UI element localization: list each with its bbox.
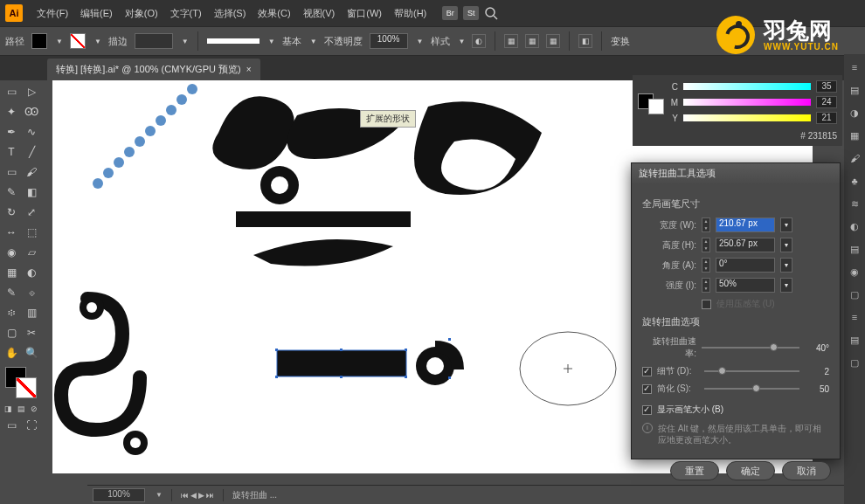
- dock-color-icon[interactable]: ◑: [847, 105, 862, 121]
- style-button[interactable]: 样式: [431, 35, 450, 48]
- perspective-tool[interactable]: ▱: [22, 243, 41, 262]
- intensity-spinner[interactable]: ▲▼: [702, 278, 710, 293]
- stroke-weight-dd[interactable]: ▼: [182, 38, 189, 45]
- yellow-value[interactable]: 21: [816, 112, 837, 124]
- curvature-tool[interactable]: ∿: [22, 122, 41, 142]
- stroke-dropdown-icon[interactable]: ▼: [94, 38, 101, 45]
- dock-brushes-icon[interactable]: 🖌: [847, 150, 862, 166]
- artboard-prev-icon[interactable]: ◀: [190, 491, 197, 500]
- blend-tool[interactable]: ⟐: [22, 283, 41, 302]
- dock-symbols-icon[interactable]: ♣: [847, 173, 862, 189]
- menu-effect[interactable]: 效果(C): [253, 3, 295, 24]
- color-panel-swatch[interactable]: [638, 93, 664, 114]
- dock-transparency-icon[interactable]: ▤: [847, 241, 862, 257]
- fill-swatch[interactable]: [31, 33, 47, 49]
- fill-dropdown-icon[interactable]: ▼: [56, 38, 63, 45]
- dock-asset-icon[interactable]: ▤: [847, 332, 862, 348]
- menu-object[interactable]: 对象(O): [120, 3, 163, 24]
- ok-button[interactable]: 确定: [726, 461, 775, 480]
- artwork-selected-bar[interactable]: [275, 338, 467, 390]
- transform-button[interactable]: 变换: [611, 35, 630, 48]
- slice-tool[interactable]: ✂: [22, 323, 41, 342]
- column-graph-tool[interactable]: ▥: [22, 303, 41, 322]
- stroke-style-dd[interactable]: ▼: [268, 38, 275, 45]
- artboard-next-icon[interactable]: ▶: [198, 491, 204, 500]
- detail-slider[interactable]: [704, 370, 799, 372]
- line-tool[interactable]: ╱: [22, 142, 41, 162]
- reset-button[interactable]: 重置: [670, 461, 719, 480]
- shape-builder-tool[interactable]: ◉: [2, 243, 21, 262]
- selection-tool[interactable]: ▭: [2, 82, 21, 101]
- menu-window[interactable]: 窗口(W): [342, 3, 387, 24]
- zoom-dropdown[interactable]: 100%: [93, 488, 145, 502]
- dock-artboards-icon[interactable]: ▢: [847, 355, 862, 370]
- magenta-slider[interactable]: [683, 99, 811, 106]
- width-tool[interactable]: ↔: [2, 223, 21, 242]
- height-input[interactable]: 250.67 px: [716, 238, 775, 252]
- menu-edit[interactable]: 编辑(E): [75, 3, 118, 24]
- twirl-rate-slider[interactable]: [702, 347, 799, 349]
- stroke-weight-input[interactable]: [135, 33, 173, 49]
- magic-wand-tool[interactable]: ✦: [2, 102, 21, 121]
- simplify-checkbox[interactable]: [642, 384, 652, 394]
- bridge-badge[interactable]: Br: [442, 6, 458, 20]
- width-dd-icon[interactable]: ▼: [780, 217, 792, 232]
- fill-stroke-control[interactable]: [5, 367, 37, 398]
- zoom-tool[interactable]: 🔍: [22, 343, 41, 362]
- align-left-icon[interactable]: ▦: [504, 34, 518, 48]
- rectangle-tool[interactable]: ▭: [2, 162, 21, 182]
- color-mode-icon[interactable]: ◨: [2, 403, 14, 415]
- dock-layers-icon[interactable]: ≡: [847, 309, 862, 325]
- artboard-next-last-icon[interactable]: ⏭: [206, 491, 214, 500]
- cyan-value[interactable]: 35: [816, 80, 837, 93]
- none-mode-icon[interactable]: ⊘: [28, 403, 40, 415]
- stroke-style-preview[interactable]: [207, 38, 260, 44]
- simplify-slider[interactable]: [704, 388, 799, 390]
- stroke-swatch[interactable]: [70, 33, 86, 49]
- dock-properties-icon[interactable]: ≡: [847, 59, 862, 75]
- eyedropper-tool[interactable]: ✎: [2, 283, 21, 302]
- brush-style-dd[interactable]: ▼: [310, 38, 317, 45]
- gradient-tool[interactable]: ◐: [22, 263, 41, 282]
- change-screen-icon[interactable]: ⛶: [22, 416, 41, 435]
- rotate-tool[interactable]: ↻: [2, 203, 21, 222]
- dock-appearance-icon[interactable]: ◉: [847, 264, 862, 280]
- dock-gradient-icon[interactable]: ◐: [847, 218, 862, 234]
- hex-value[interactable]: # 231815: [638, 131, 837, 141]
- pen-tool[interactable]: ✒: [2, 122, 21, 142]
- close-icon[interactable]: ×: [246, 65, 252, 74]
- paintbrush-tool[interactable]: 🖌: [22, 162, 41, 182]
- menu-view[interactable]: 视图(V): [298, 3, 341, 24]
- zoom-dd-icon[interactable]: ▼: [156, 491, 163, 499]
- dock-swatches-icon[interactable]: ▦: [847, 128, 862, 143]
- width-input[interactable]: 210.67 px: [716, 217, 775, 232]
- angle-input[interactable]: 0°: [716, 258, 775, 273]
- opacity-dd[interactable]: ▼: [417, 38, 424, 45]
- brush-style-label[interactable]: 基本: [282, 35, 301, 48]
- cancel-button[interactable]: 取消: [782, 461, 831, 480]
- dock-graphic-styles-icon[interactable]: ▢: [847, 287, 862, 302]
- dock-stroke-icon[interactable]: ≋: [847, 196, 862, 211]
- document-tab[interactable]: 转换] [转换].ai* @ 100% (CMYK/GPU 预览) ×: [47, 59, 260, 80]
- gradient-mode-icon[interactable]: ▤: [15, 403, 27, 415]
- yellow-slider[interactable]: [683, 114, 811, 121]
- symbol-sprayer-tool[interactable]: ፨: [2, 303, 21, 322]
- artboard-prev-first-icon[interactable]: ⏮: [181, 491, 189, 500]
- angle-spinner[interactable]: ▲▼: [702, 258, 710, 273]
- dock-libraries-icon[interactable]: ▤: [847, 82, 862, 98]
- angle-dd-icon[interactable]: ▼: [780, 258, 792, 273]
- intensity-dd-icon[interactable]: ▼: [780, 278, 792, 293]
- shaper-tool[interactable]: ✎: [2, 183, 21, 202]
- direct-selection-tool[interactable]: ▷: [22, 82, 41, 101]
- recolor-icon[interactable]: ◐: [472, 34, 486, 48]
- menu-file[interactable]: 文件(F): [31, 3, 73, 24]
- menu-select[interactable]: 选择(S): [209, 3, 252, 24]
- style-dd[interactable]: ▼: [459, 38, 466, 45]
- align-right-icon[interactable]: ▦: [546, 34, 560, 48]
- search-icon[interactable]: [484, 6, 498, 20]
- width-spinner[interactable]: ▲▼: [702, 217, 710, 232]
- align-center-icon[interactable]: ▦: [525, 34, 539, 48]
- magenta-value[interactable]: 24: [816, 96, 837, 108]
- type-tool[interactable]: T: [2, 142, 21, 162]
- detail-checkbox[interactable]: [642, 367, 652, 376]
